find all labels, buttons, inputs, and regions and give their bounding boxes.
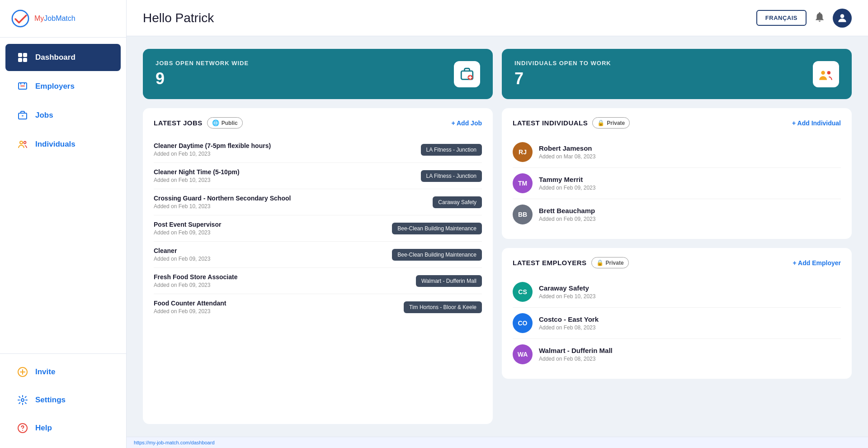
sidebar-item-dashboard-label: Dashboard — [35, 53, 75, 62]
header: Hello Patrick FRANÇAIS — [127, 0, 868, 36]
svg-rect-3 — [23, 53, 27, 57]
individual-avatar: RJ — [513, 142, 533, 162]
job-info: Food Counter Attendant Added on Feb 09, … — [154, 300, 226, 315]
sidebar-item-invite[interactable]: Invite — [5, 358, 121, 386]
svg-point-0 — [11, 10, 29, 28]
job-title: Cleaner Night Time (5-10pm) — [154, 168, 240, 176]
job-date: Added on Feb 10, 2023 — [154, 151, 271, 157]
add-job-button[interactable]: + Add Job — [451, 119, 482, 127]
globe-icon: 🌐 — [212, 119, 219, 126]
page-title: Hello Patrick — [143, 11, 214, 25]
lock-icon-2: 🔒 — [596, 259, 604, 266]
job-info: Fresh Food Store Associate Added on Feb … — [154, 273, 237, 288]
svg-rect-5 — [23, 58, 27, 62]
employer-name: Caraway Safety — [539, 284, 595, 292]
employer-list-item[interactable]: WA Walmart - Dufferin Mall Added on Feb … — [513, 339, 841, 370]
individual-date: Added on Feb 09, 2023 — [539, 185, 595, 191]
svg-rect-7 — [20, 86, 25, 86]
sidebar-item-employers[interactable]: Employers — [5, 73, 121, 100]
logo: MyJobMatch — [0, 0, 126, 38]
individuals-card-title: LATEST INDIVIDUALS — [513, 119, 588, 127]
svg-point-11 — [24, 142, 26, 144]
notification-icon[interactable] — [814, 11, 826, 25]
job-title: Cleaner Daytime (7-5pm flexible hours) — [154, 142, 271, 149]
job-list-item[interactable]: Cleaner Night Time (5-10pm) Added on Feb… — [154, 163, 482, 189]
sidebar-item-individuals-label: Individuals — [35, 140, 75, 149]
individual-list-item[interactable]: RJ Robert Jameson Added on Mar 08, 2023 — [513, 137, 841, 168]
individuals-list: RJ Robert Jameson Added on Mar 08, 2023 … — [513, 137, 841, 230]
sidebar-item-jobs[interactable]: Jobs — [5, 102, 121, 129]
employers-icon — [16, 80, 29, 93]
job-title: Cleaner — [154, 247, 210, 254]
job-info: Cleaner Night Time (5-10pm) Added on Feb… — [154, 168, 240, 183]
employer-list-item[interactable]: CO Costco - East York Added on Feb 08, 2… — [513, 308, 841, 339]
job-info: Cleaner Daytime (7-5pm flexible hours) A… — [154, 142, 271, 157]
job-employer-tag: Bee-Clean Building Maintenance — [392, 249, 482, 261]
help-icon — [16, 422, 29, 434]
employer-date: Added on Feb 10, 2023 — [539, 293, 595, 300]
svg-rect-2 — [18, 53, 22, 57]
sidebar-nav: Dashboard Employers Jobs — [0, 38, 126, 448]
job-list-item[interactable]: Post Event Supervisor Added on Feb 09, 2… — [154, 215, 482, 242]
jobs-stat-value: 9 — [156, 69, 249, 88]
employers-card: LATEST EMPLOYERS 🔒 Private + Add Employe… — [502, 248, 852, 379]
sidebar-item-dashboard[interactable]: Dashboard — [5, 44, 121, 71]
jobs-card-title: LATEST JOBS — [154, 119, 203, 127]
employer-avatar: WA — [513, 344, 533, 364]
employers-list: CS Caraway Safety Added on Feb 10, 2023 … — [513, 276, 841, 370]
sidebar-item-individuals[interactable]: Individuals — [5, 131, 121, 158]
settings-icon — [16, 394, 29, 406]
francais-button[interactable]: FRANÇAIS — [756, 10, 807, 26]
job-list-item[interactable]: Crossing Guard - Northern Secondary Scho… — [154, 189, 482, 215]
individual-name: Brett Beauchamp — [539, 207, 595, 214]
job-list-item[interactable]: Food Counter Attendant Added on Feb 09, … — [154, 294, 482, 320]
jobs-public-badge: 🌐 Public — [207, 117, 243, 129]
individual-name: Robert Jameson — [539, 144, 595, 152]
job-list-item[interactable]: Cleaner Daytime (7-5pm flexible hours) A… — [154, 137, 482, 163]
employer-info: Costco - East York Added on Feb 08, 2023 — [539, 315, 599, 331]
add-individual-button[interactable]: + Add Individual — [792, 119, 841, 127]
job-employer-tag: LA Fitness - Junction — [421, 170, 482, 182]
individual-info: Robert Jameson Added on Mar 08, 2023 — [539, 144, 595, 160]
svg-point-16 — [840, 14, 844, 18]
svg-point-20 — [827, 71, 830, 74]
employers-card-header: LATEST EMPLOYERS 🔒 Private + Add Employe… — [513, 257, 841, 268]
user-avatar[interactable] — [833, 9, 852, 28]
sidebar: MyJobMatch Dashboard — [0, 0, 127, 448]
invite-icon — [16, 366, 29, 378]
job-list-item[interactable]: Fresh Food Store Associate Added on Feb … — [154, 268, 482, 294]
individual-list-item[interactable]: TM Tammy Merrit Added on Feb 09, 2023 — [513, 168, 841, 199]
employer-info: Walmart - Dufferin Mall Added on Feb 08,… — [539, 347, 613, 362]
individuals-stat-card: INDIVIDUALS OPEN TO WORK 7 — [502, 49, 852, 99]
job-list-item[interactable]: Cleaner Added on Feb 09, 2023 Bee-Clean … — [154, 242, 482, 268]
employer-info: Caraway Safety Added on Feb 10, 2023 — [539, 284, 595, 300]
sidebar-item-help[interactable]: Help — [5, 415, 121, 442]
svg-point-19 — [821, 71, 825, 75]
individuals-icon — [16, 138, 29, 151]
logo-text: MyJobMatch — [34, 14, 75, 23]
individual-avatar: TM — [513, 173, 533, 193]
svg-point-10 — [20, 141, 23, 144]
individual-name: Tammy Merrit — [539, 176, 595, 183]
content-area: JOBS OPEN NETWORK WIDE 9 INDIVIDUALS OPE… — [127, 36, 868, 437]
job-date: Added on Feb 10, 2023 — [154, 203, 291, 210]
individual-list-item[interactable]: BB Brett Beauchamp Added on Feb 09, 2023 — [513, 199, 841, 230]
job-title: Crossing Guard - Northern Secondary Scho… — [154, 195, 291, 202]
individuals-card-header: LATEST INDIVIDUALS 🔒 Private + Add Indiv… — [513, 117, 841, 129]
add-employer-button[interactable]: + Add Employer — [793, 259, 841, 267]
employer-list-item[interactable]: CS Caraway Safety Added on Feb 10, 2023 — [513, 276, 841, 308]
jobs-stat-icon — [454, 61, 480, 87]
job-date: Added on Feb 09, 2023 — [154, 282, 237, 288]
job-date: Added on Feb 09, 2023 — [154, 229, 221, 236]
employers-private-badge: 🔒 Private — [591, 257, 629, 268]
jobs-card-header: LATEST JOBS 🌐 Public + Add Job — [154, 117, 482, 129]
individuals-stat-icon — [813, 61, 839, 87]
job-employer-tag: Tim Hortons - Bloor & Keele — [404, 301, 482, 313]
right-column: LATEST INDIVIDUALS 🔒 Private + Add Indiv… — [502, 108, 852, 424]
job-date: Added on Feb 10, 2023 — [154, 177, 240, 183]
lock-icon: 🔒 — [597, 119, 604, 126]
employer-avatar: CS — [513, 282, 533, 302]
sidebar-item-settings[interactable]: Settings — [5, 386, 121, 414]
job-info: Post Event Supervisor Added on Feb 09, 2… — [154, 221, 221, 236]
individuals-stat-label: INDIVIDUALS OPEN TO WORK — [514, 60, 611, 67]
